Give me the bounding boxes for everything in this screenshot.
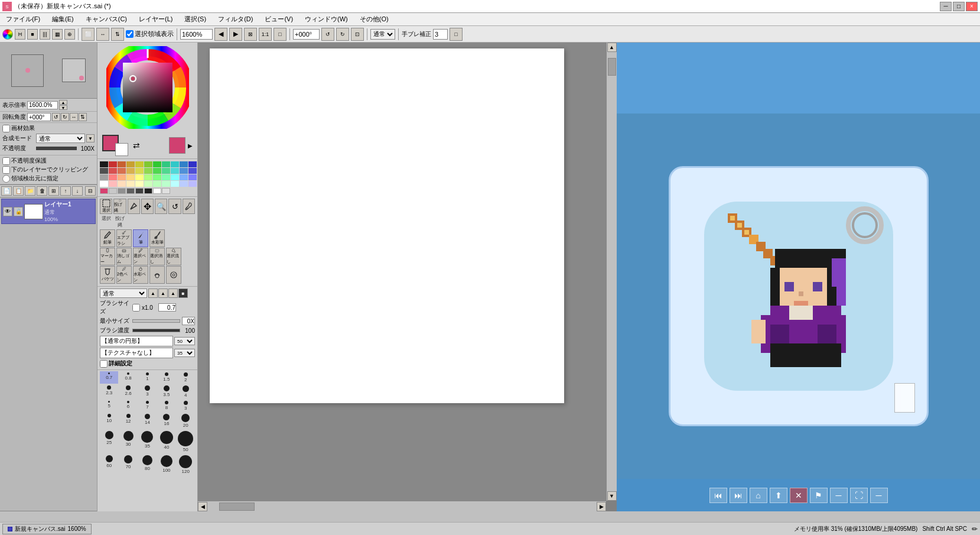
brush-size-cell[interactable]: 120 xyxy=(177,454,195,475)
palette-cell[interactable] xyxy=(171,181,179,187)
color-mode-palette[interactable]: ■ xyxy=(27,29,38,40)
eyedrop-tool-btn[interactable] xyxy=(183,199,195,214)
palette-cell[interactable] xyxy=(180,161,188,167)
brush-size-cell[interactable]: 25 xyxy=(100,430,118,453)
merge-btn[interactable]: ⊞ xyxy=(48,186,59,196)
ref-minimize-btn[interactable]: ─ xyxy=(830,488,848,503)
palette-cell[interactable] xyxy=(118,168,126,174)
menu-filter[interactable]: フィルタ(D) xyxy=(214,14,256,25)
brush-size-cell[interactable]: 2.3 xyxy=(100,384,118,399)
display-rate-down[interactable]: ▼ xyxy=(59,105,67,110)
palette-extra-7[interactable] xyxy=(153,188,161,194)
brush-size-cell[interactable]: 30 xyxy=(119,430,137,453)
brush-blend-mode[interactable]: 通常 xyxy=(100,288,147,298)
selectfill-tool-btn[interactable]: 選択流し xyxy=(166,248,181,265)
brush-shape-2[interactable]: ▲ xyxy=(158,288,168,298)
brush-size-cell[interactable]: 80 xyxy=(138,454,157,475)
new-layer-btn[interactable]: 📄 xyxy=(1,186,12,196)
palette-cell[interactable] xyxy=(171,174,179,180)
brush-size-cell[interactable]: 2 xyxy=(177,371,195,384)
copy-layer-btn[interactable]: 📋 xyxy=(13,186,24,196)
palette-cell[interactable] xyxy=(126,181,135,187)
brush-size-cell[interactable]: 3 xyxy=(138,384,157,399)
brush-tool-btn[interactable]: 筆 xyxy=(133,229,148,247)
brush-shape-select[interactable]: 50 xyxy=(174,337,195,345)
canvas-area[interactable]: ▲ ▼ ◀ ▶ xyxy=(198,43,617,511)
twopen-tool-btn[interactable]: 2色ペン xyxy=(116,266,132,284)
minimize-button[interactable]: ─ xyxy=(940,2,952,11)
menu-layer[interactable]: レイヤー(L) xyxy=(135,14,176,25)
blend-mode-select[interactable]: 通常 xyxy=(370,29,395,40)
zoom-100-btn[interactable]: 1:1 xyxy=(259,28,272,41)
rotate-right-btn[interactable]: ↻ xyxy=(336,28,349,41)
palette-cell[interactable] xyxy=(162,161,170,167)
brush-size-cell[interactable]: 4 xyxy=(177,384,195,399)
v-scrollbar[interactable]: ▲ ▼ xyxy=(606,43,617,501)
color-wheel-svg[interactable] xyxy=(106,46,189,129)
status-canvas-tab[interactable]: 新規キャンバス.sai 1600% xyxy=(2,524,92,534)
delete-layer-btn[interactable]: 🗑 xyxy=(37,186,47,196)
palette-cell[interactable] xyxy=(171,168,179,174)
palette-cell[interactable] xyxy=(188,161,197,167)
layer-move-up-btn[interactable]: ↑ xyxy=(60,186,71,196)
layer-move-down-btn[interactable]: ↓ xyxy=(72,186,83,196)
brush-size-cell[interactable]: 60 xyxy=(100,454,118,475)
palette-cell[interactable] xyxy=(153,174,161,180)
palette-cell[interactable] xyxy=(180,174,188,180)
color-mode-hsv[interactable]: H xyxy=(15,29,25,40)
ref-home-btn[interactable]: ⌂ xyxy=(750,488,767,503)
selecterase-tool-btn[interactable]: 選択消し xyxy=(149,248,165,265)
eraser-tool-btn[interactable]: 消しゴム xyxy=(116,248,132,265)
brush-size-cell[interactable]: 3.5 xyxy=(157,384,175,399)
brush-size-input[interactable] xyxy=(158,303,176,312)
palette-cell[interactable] xyxy=(109,168,117,174)
brush-size-cell[interactable]: 20 xyxy=(177,413,195,429)
palette-extra-6[interactable] xyxy=(144,188,152,194)
color-mode-rgb[interactable]: ||| xyxy=(40,29,50,40)
rotate-canvas-btn[interactable]: ⬜ xyxy=(82,28,95,41)
swap-colors-btn[interactable]: ⇄ xyxy=(133,141,140,150)
scroll-right-btn[interactable]: ▶ xyxy=(597,502,606,511)
brush-size-checkbox[interactable] xyxy=(132,304,140,312)
palette-cell[interactable] xyxy=(144,161,152,167)
palette-cell[interactable] xyxy=(188,181,197,187)
palette-cell[interactable] xyxy=(135,174,144,180)
selection-lasso-btn[interactable]: 投げ縄 xyxy=(113,199,126,214)
show-selection-checkbox-label[interactable]: 選択領域表示 xyxy=(126,30,174,38)
bucket-tool-btn[interactable]: バケツ xyxy=(100,266,115,284)
zoom-tool-btn[interactable]: 🔍 xyxy=(155,199,167,214)
rotate-left-btn[interactable]: ↺ xyxy=(321,28,334,41)
palette-cell[interactable] xyxy=(153,168,161,174)
menu-select[interactable]: 選択(S) xyxy=(181,14,210,25)
brush-size-cell[interactable]: 0.7 xyxy=(100,371,118,384)
ref-zoom-out-btn[interactable]: ─ xyxy=(870,488,888,503)
palette-cell[interactable] xyxy=(188,174,197,180)
ref-next-btn[interactable]: ⏭ xyxy=(730,488,747,503)
rotate-angle-flip[interactable]: ⇅ xyxy=(79,113,87,121)
brush-shape-3[interactable]: ▲ xyxy=(168,288,178,298)
brush-texture-select[interactable]: 35 xyxy=(174,349,195,357)
color-mode-extra[interactable]: ⊕ xyxy=(64,29,75,40)
palette-cell[interactable] xyxy=(100,161,108,167)
zoom-input[interactable] xyxy=(180,29,213,40)
rotate-angle-input[interactable] xyxy=(27,113,51,121)
palette-cell[interactable] xyxy=(109,161,117,167)
rotate-angle-left[interactable]: ↺ xyxy=(52,113,60,121)
brush-size-cell[interactable]: 7 xyxy=(138,400,157,412)
palette-cell[interactable] xyxy=(171,161,179,167)
palette-extra-1[interactable] xyxy=(100,188,108,194)
menu-edit[interactable]: 編集(E) xyxy=(48,14,77,25)
folder-btn[interactable]: 📁 xyxy=(25,186,35,196)
brush-size-cell[interactable]: 100 xyxy=(157,454,175,475)
brush-size-cell[interactable]: 70 xyxy=(119,454,137,475)
brush-size-cell[interactable]: 12 xyxy=(119,413,137,429)
palette-extra-5[interactable] xyxy=(135,188,144,194)
waterpen-tool-btn[interactable]: 水彩ペン xyxy=(133,266,148,284)
marker-tool-btn[interactable]: マーカー xyxy=(100,248,115,265)
palette-cell[interactable] xyxy=(144,168,152,174)
brush-size-cell[interactable]: 5 xyxy=(100,400,118,412)
brush-shape-4[interactable]: ■ xyxy=(178,288,188,298)
color-mode-wheel[interactable] xyxy=(2,29,13,40)
brush-size-cell[interactable]: 10 xyxy=(100,413,118,429)
menu-canvas[interactable]: キャンバス(C) xyxy=(82,14,131,25)
